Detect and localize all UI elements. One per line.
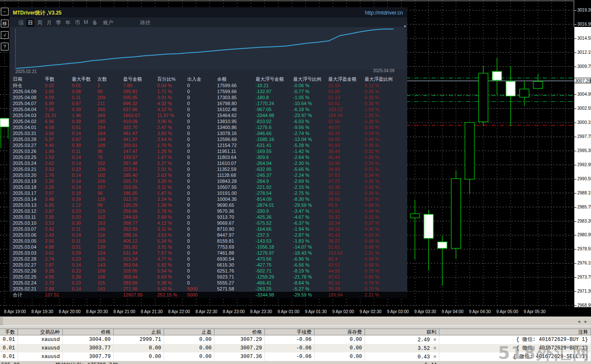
stats-header-row: 日期手数最大手数次数盈亏金额百分比%出入金余额最大浮亏金额最大浮亏比例最大浮盈金… <box>9 76 407 82</box>
trade-cell: 0.00 <box>114 352 164 361</box>
trade-cell: 0.00 <box>315 344 365 352</box>
panel-menu-item-11[interactable]: 路径 <box>139 19 152 27</box>
trades-header-cell[interactable]: 手续费 <box>265 329 315 335</box>
stats-cell: -10.21 <box>256 82 269 88</box>
stats-cell: -2874.01 <box>256 202 274 208</box>
stats-cell: -6.03 % <box>293 118 309 124</box>
stats-cell: -1.42 % <box>293 148 309 154</box>
stats-cell: 193.57 <box>123 154 138 160</box>
trades-header-cell[interactable]: 获利 <box>365 329 439 335</box>
panel-menu-item-4[interactable]: 月 <box>45 19 53 27</box>
stats-cell: 180 <box>97 118 105 124</box>
stats-cell: 9069.67 <box>217 220 234 226</box>
stats-cell: 2025.03.27 <box>13 142 36 148</box>
stats-cell: 2025.02.25 <box>13 274 36 280</box>
stats-row: 2025.04.0321.911.463491653.6711.97 %0154… <box>9 112 407 118</box>
panel-menu-item-5[interactable]: 季 <box>55 19 62 27</box>
stats-cell: 99 <box>97 202 103 208</box>
time-axis[interactable]: 8 Apr 19:008 Apr 19:308 Apr 20:008 Apr 2… <box>0 307 591 317</box>
apply-button[interactable]: √ <box>1 31 9 39</box>
scroll-right-icon[interactable]: ▸ <box>585 319 587 324</box>
stats-cell: 0.14 <box>72 130 81 136</box>
scrollbar-thumb[interactable] <box>0 317 3 326</box>
panel-menu-item-1[interactable]: 综 <box>17 19 25 27</box>
stats-cell: 0.12 % <box>365 82 379 88</box>
stats-cell: -6.37 % <box>293 220 309 226</box>
stats-header-cell: 出入金 <box>187 76 201 82</box>
stats-cell: 126 <box>97 256 105 262</box>
trades-header-cell[interactable]: 手数 <box>0 329 18 335</box>
panel-menu-item-8[interactable]: M <box>82 19 89 26</box>
stats-cell: -132.97 <box>256 88 271 94</box>
trades-header-cell[interactable]: 交易品种 <box>18 329 63 335</box>
trades-header-cell[interactable]: 注释 <box>439 329 591 335</box>
stats-cell: 163.12 <box>328 106 343 112</box>
price-tick-label: 2971.35 <box>577 289 591 294</box>
stats-row: 2025.03.212.530.23109223.912.01 %011352.… <box>9 166 407 172</box>
panel-menu-item-6[interactable]: 年 <box>64 19 72 27</box>
panel-menu-item-10[interactable]: 账户 <box>102 19 115 27</box>
stats-cell: 45.44 <box>328 154 340 160</box>
stats-cell: 2.87 <box>45 262 54 268</box>
stats-cell: 0.11 <box>72 148 81 154</box>
stats-cell: 0.42 % <box>365 184 379 190</box>
stats-cell: 0.35 % <box>365 190 379 196</box>
stats-cell: 0.39 % <box>365 154 379 160</box>
stats-cell: 262.93 <box>123 226 138 232</box>
panel-menu-item-2[interactable]: 日 <box>26 19 34 27</box>
stats-cell: 2025.03.13 <box>13 202 36 208</box>
stats-cell: 335.73 <box>123 178 138 184</box>
trades-header-cell[interactable]: 止损 <box>114 329 164 335</box>
trades-header-cell[interactable]: 止盈 <box>164 329 215 335</box>
stats-cell: 2.21 % <box>365 250 379 256</box>
stats-cell: 3.11 % <box>157 184 171 190</box>
stats-cell: 6930.54 <box>217 256 234 262</box>
price-tick-mark <box>574 305 576 306</box>
stats-header-cell: 最大浮亏比例 <box>293 76 321 82</box>
stats-cell: 2025.03.31 <box>13 130 36 136</box>
stats-cell: 0.39 <box>72 196 81 202</box>
stats-cell: 2025.03.06 <box>13 232 36 238</box>
stats-cell: -143.53 <box>256 238 271 244</box>
close-position-icon[interactable]: × <box>433 337 436 343</box>
price-tick-label: 3000.15 <box>577 120 591 125</box>
stats-cell: 0 <box>187 148 190 154</box>
scroll-left-icon[interactable]: ◂ <box>578 319 580 324</box>
stats-cell: 0 <box>187 88 190 94</box>
stats-cell: 2.27 % <box>157 160 172 166</box>
stats-cell: 0 <box>187 112 190 118</box>
trades-header-cell[interactable]: 价格 <box>63 329 114 335</box>
stats-cell: 2025.03.12 <box>13 208 36 214</box>
stats-cell: 6.96 <box>45 118 54 124</box>
price-axis[interactable] <box>574 27 591 317</box>
stats-cell: -263.25 <box>256 286 271 292</box>
stats-cell: 0.30 <box>72 220 81 226</box>
stats-cell: 3.28 <box>45 268 54 274</box>
minimize-button[interactable]: − <box>1 8 9 15</box>
statistics-table: 日期手数最大手数次数盈亏金额百分比%出入金余额最大浮亏金额最大浮亏比例最大浮盈金… <box>9 76 407 298</box>
panel-url-link[interactable]: http://mtdriver.cn <box>365 10 403 16</box>
stats-cell: -967.05 <box>256 106 271 112</box>
stats-cell: 4.12 % <box>157 220 172 226</box>
close-position-icon[interactable]: × <box>433 354 436 360</box>
move-button[interactable]: 移 <box>1 20 9 27</box>
trade-cell: 0.01 <box>0 352 18 361</box>
trades-header-cell[interactable]: 价格 <box>215 329 265 335</box>
price-tick-mark <box>574 151 576 151</box>
horizontal-scrollbar[interactable]: ◂ ▸ <box>0 317 591 326</box>
help-button[interactable]: ? <box>1 43 9 50</box>
price-tick-mark <box>574 67 576 67</box>
close-position-icon[interactable]: × <box>433 345 436 351</box>
price-tick-label: 2980.95 <box>577 233 591 237</box>
stats-cell: 115 <box>97 280 105 286</box>
stats-cell: 0.23 <box>72 208 81 214</box>
trades-header-cell[interactable]: 库存费 <box>315 329 365 335</box>
stats-cell: 1.25 % <box>157 148 172 154</box>
stats-cell: -2.74 % <box>293 130 309 136</box>
stats-header-cell: 手数 <box>45 76 54 82</box>
panel-menu-item-7[interactable]: 币 <box>74 19 81 27</box>
panel-menu-item-9[interactable]: 备 <box>91 19 99 27</box>
stats-cell: 10843.28 <box>217 178 237 184</box>
stats-cell: -0.06 % <box>293 82 309 88</box>
panel-menu-item-3[interactable]: 周 <box>36 19 44 27</box>
